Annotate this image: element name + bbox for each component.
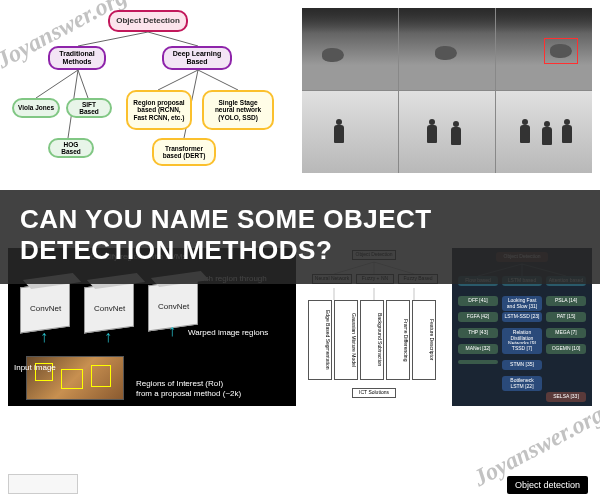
thumb-box [8, 474, 78, 494]
tax1-c4: Frame Differencing [386, 300, 410, 380]
frame-1 [302, 8, 398, 90]
node-deeplearning: Deep Learning Based [162, 46, 232, 70]
tax2-a2: FGFA [42] [458, 312, 498, 322]
headline-text: CAN YOU NAME SOME OBJECT DETECTION METHO… [20, 204, 432, 265]
tax1-bottom: ICT Solutions [352, 388, 396, 398]
headline-bar: CAN YOU NAME SOME OBJECT DETECTION METHO… [0, 190, 600, 284]
svg-line-5 [158, 70, 198, 90]
frame-6 [496, 91, 592, 173]
cnn-txt-roi: Regions of Interest (RoI) [136, 379, 223, 388]
node-traditional: Traditional Methods [48, 46, 106, 70]
tax2-a4: MANet [32] [458, 344, 498, 354]
tax2-cend: SELSA [33] [546, 392, 586, 402]
frame-4 [302, 91, 398, 173]
svg-line-1 [148, 32, 198, 46]
tax1-c5: Feature Descriptor [412, 300, 436, 380]
node-root: Object Detection [108, 10, 188, 32]
node-yolo: Single Stage neural network (YOLO, SSD) [202, 90, 274, 130]
cnn-txt-input: Input image [14, 363, 56, 372]
node-viola: Viola Jones [12, 98, 60, 118]
svg-line-6 [198, 70, 238, 90]
svg-line-3 [78, 70, 88, 98]
frame-3 [496, 8, 592, 90]
node-detr: Transformer based (DERT) [152, 138, 216, 166]
tax2-c3: MEGA [7] [546, 328, 586, 338]
svg-line-0 [78, 32, 148, 46]
tax2-b2: LSTM-SSD [23] [502, 312, 542, 322]
detection-box [544, 38, 578, 64]
arrow-icon: ↑ [104, 328, 112, 346]
arrow-icon: ↑ [168, 322, 176, 340]
page: Joyanswer.org Joyanswer.org Object Detec… [0, 0, 600, 500]
cnn-lbl-convnet-2: ConvNet [94, 304, 125, 313]
tax2-a1: DFF [41] [458, 296, 498, 306]
bottom-chip: Object detection [507, 476, 588, 494]
taxonomy-tree: Object Detection Traditional Methods Dee… [8, 8, 298, 173]
tax2-c1: PSLA [14] [546, 296, 586, 306]
node-sift: SIFT Based [66, 98, 112, 118]
frame-2 [399, 8, 495, 90]
cnn-lbl-convnet-1: ConvNet [30, 304, 61, 313]
tax1-c1: Edge Based Segmentation [308, 300, 332, 380]
tax2-c4: OGEMN [10] [546, 344, 586, 354]
cnn-txt-proposal: from a proposal method (~2k) [136, 389, 241, 398]
node-hog: HOG Based [48, 138, 94, 158]
cnn-txt-warped: Warped image regions [188, 328, 268, 337]
tax2-a5 [458, 360, 498, 364]
tax2-b4: TSSD [7] [502, 344, 542, 354]
tax2-b1: Looking Fast and Slow [31] [502, 296, 542, 311]
node-rcnn: Region proposal based (RCNN, Fast RCNN, … [126, 90, 192, 130]
tax2-a3: THP [43] [458, 328, 498, 338]
svg-line-2 [36, 70, 78, 98]
frame-5 [399, 91, 495, 173]
surveillance-grid [302, 8, 592, 173]
tax2-c2: PAT [15] [546, 312, 586, 322]
tax1-c2: Gaussian Mixture Model [334, 300, 358, 380]
arrow-icon: ↑ [40, 328, 48, 346]
tax1-c3: Background Subtraction [360, 300, 384, 380]
cnn-lbl-convnet-3: ConvNet [158, 302, 189, 311]
tax2-b5: STMN [35] [502, 360, 542, 370]
tax2-b6: Bottleneck LSTM [22] [502, 376, 542, 391]
